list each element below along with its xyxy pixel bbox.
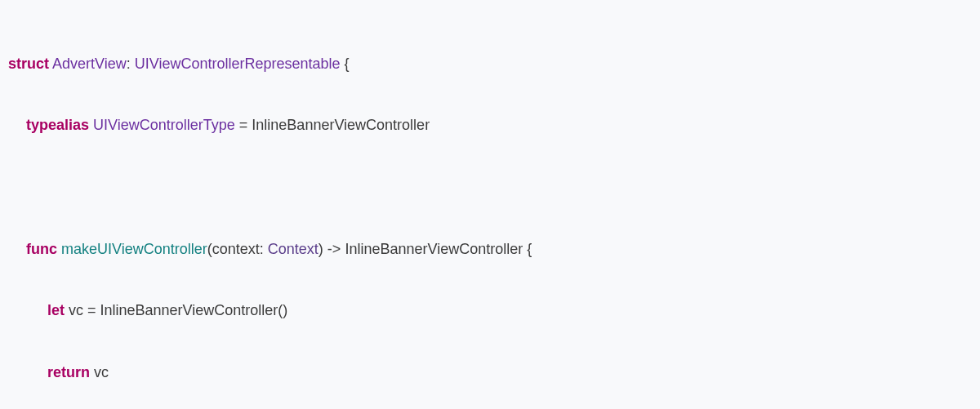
- type-ref: InlineBannerViewController: [252, 117, 430, 133]
- return-type: InlineBannerViewController: [341, 241, 527, 257]
- type-name: AdvertView: [52, 56, 127, 72]
- colon: :: [260, 241, 268, 257]
- equals: =: [235, 117, 252, 133]
- keyword-func: func: [26, 241, 57, 257]
- paren: ): [318, 241, 327, 257]
- colon: :: [127, 56, 135, 72]
- code-line: struct AdvertView: UIViewControllerRepre…: [8, 49, 972, 80]
- code-line: return vc: [8, 358, 972, 389]
- code-text: vc: [90, 364, 109, 380]
- protocol-name: UIViewControllerRepresentable: [135, 56, 341, 72]
- param-label: context: [212, 241, 260, 257]
- func-name: makeUIViewController: [61, 241, 207, 257]
- brace: {: [341, 56, 350, 72]
- keyword-let: let: [47, 302, 65, 318]
- code-text: vc = InlineBannerViewController(): [65, 302, 287, 318]
- keyword-return: return: [47, 364, 90, 380]
- blank-line: [8, 172, 972, 203]
- code-line: typealias UIViewControllerType = InlineB…: [8, 110, 972, 141]
- keyword-typealias: typealias: [26, 117, 89, 133]
- arrow: ->: [327, 241, 341, 257]
- typealias-name: UIViewControllerType: [93, 117, 235, 133]
- code-line: func makeUIViewController(context: Conte…: [8, 234, 972, 265]
- brace: {: [527, 241, 532, 257]
- code-block: struct AdvertView: UIViewControllerRepre…: [8, 18, 972, 409]
- code-line: let vc = InlineBannerViewController(): [8, 296, 972, 327]
- param-type: Context: [268, 241, 318, 257]
- keyword-struct: struct: [8, 56, 49, 72]
